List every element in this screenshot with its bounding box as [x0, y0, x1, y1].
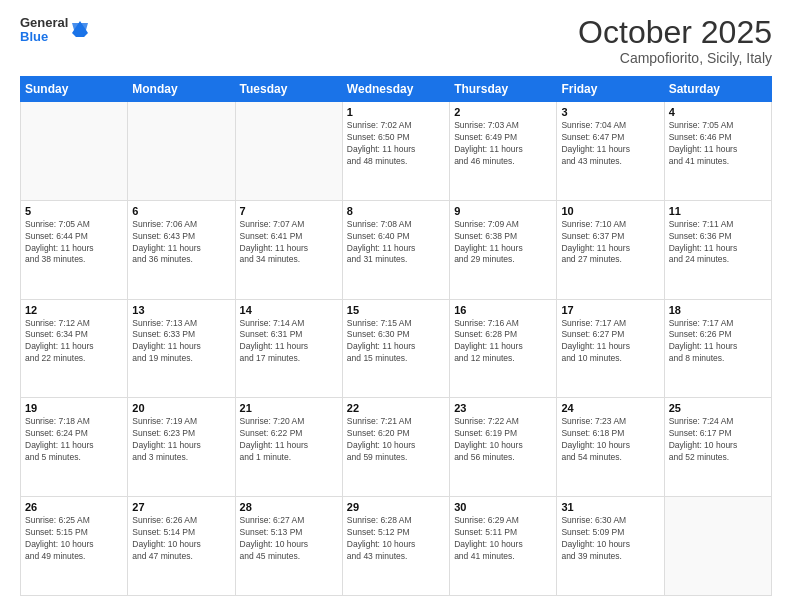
day-number: 17	[561, 304, 659, 316]
table-row: 18Sunrise: 7:17 AMSunset: 6:26 PMDayligh…	[664, 299, 771, 398]
table-row	[664, 497, 771, 596]
weekday-tuesday: Tuesday	[235, 77, 342, 102]
day-number: 19	[25, 402, 123, 414]
table-row: 19Sunrise: 7:18 AMSunset: 6:24 PMDayligh…	[21, 398, 128, 497]
table-row: 16Sunrise: 7:16 AMSunset: 6:28 PMDayligh…	[450, 299, 557, 398]
day-info: Sunrise: 7:13 AMSunset: 6:33 PMDaylight:…	[132, 318, 230, 366]
table-row: 17Sunrise: 7:17 AMSunset: 6:27 PMDayligh…	[557, 299, 664, 398]
day-info: Sunrise: 7:19 AMSunset: 6:23 PMDaylight:…	[132, 416, 230, 464]
day-number: 6	[132, 205, 230, 217]
day-info: Sunrise: 7:23 AMSunset: 6:18 PMDaylight:…	[561, 416, 659, 464]
weekday-sunday: Sunday	[21, 77, 128, 102]
table-row: 3Sunrise: 7:04 AMSunset: 6:47 PMDaylight…	[557, 102, 664, 201]
day-number: 30	[454, 501, 552, 513]
day-number: 12	[25, 304, 123, 316]
day-number: 1	[347, 106, 445, 118]
day-info: Sunrise: 7:03 AMSunset: 6:49 PMDaylight:…	[454, 120, 552, 168]
table-row: 22Sunrise: 7:21 AMSunset: 6:20 PMDayligh…	[342, 398, 449, 497]
table-row: 28Sunrise: 6:27 AMSunset: 5:13 PMDayligh…	[235, 497, 342, 596]
table-row: 20Sunrise: 7:19 AMSunset: 6:23 PMDayligh…	[128, 398, 235, 497]
day-number: 23	[454, 402, 552, 414]
day-number: 29	[347, 501, 445, 513]
day-number: 4	[669, 106, 767, 118]
day-info: Sunrise: 6:28 AMSunset: 5:12 PMDaylight:…	[347, 515, 445, 563]
day-info: Sunrise: 7:16 AMSunset: 6:28 PMDaylight:…	[454, 318, 552, 366]
day-info: Sunrise: 6:30 AMSunset: 5:09 PMDaylight:…	[561, 515, 659, 563]
table-row: 11Sunrise: 7:11 AMSunset: 6:36 PMDayligh…	[664, 200, 771, 299]
day-info: Sunrise: 7:04 AMSunset: 6:47 PMDaylight:…	[561, 120, 659, 168]
day-number: 28	[240, 501, 338, 513]
weekday-monday: Monday	[128, 77, 235, 102]
day-number: 18	[669, 304, 767, 316]
day-info: Sunrise: 7:05 AMSunset: 6:44 PMDaylight:…	[25, 219, 123, 267]
day-info: Sunrise: 7:10 AMSunset: 6:37 PMDaylight:…	[561, 219, 659, 267]
header-right: October 2025 Campofiorito, Sicily, Italy	[578, 16, 772, 66]
page: General Blue October 2025 Campofiorito, …	[0, 0, 792, 612]
day-number: 20	[132, 402, 230, 414]
table-row: 14Sunrise: 7:14 AMSunset: 6:31 PMDayligh…	[235, 299, 342, 398]
day-number: 7	[240, 205, 338, 217]
day-number: 10	[561, 205, 659, 217]
table-row: 5Sunrise: 7:05 AMSunset: 6:44 PMDaylight…	[21, 200, 128, 299]
day-info: Sunrise: 7:17 AMSunset: 6:27 PMDaylight:…	[561, 318, 659, 366]
day-info: Sunrise: 7:11 AMSunset: 6:36 PMDaylight:…	[669, 219, 767, 267]
day-number: 14	[240, 304, 338, 316]
day-info: Sunrise: 7:22 AMSunset: 6:19 PMDaylight:…	[454, 416, 552, 464]
day-info: Sunrise: 7:20 AMSunset: 6:22 PMDaylight:…	[240, 416, 338, 464]
day-info: Sunrise: 7:02 AMSunset: 6:50 PMDaylight:…	[347, 120, 445, 168]
table-row	[235, 102, 342, 201]
logo-icon	[70, 19, 90, 41]
table-row	[128, 102, 235, 201]
day-number: 21	[240, 402, 338, 414]
month-title: October 2025	[578, 16, 772, 48]
day-number: 27	[132, 501, 230, 513]
table-row: 15Sunrise: 7:15 AMSunset: 6:30 PMDayligh…	[342, 299, 449, 398]
week-row-5: 26Sunrise: 6:25 AMSunset: 5:15 PMDayligh…	[21, 497, 772, 596]
logo-text: General Blue	[20, 16, 68, 45]
day-info: Sunrise: 7:07 AMSunset: 6:41 PMDaylight:…	[240, 219, 338, 267]
day-number: 13	[132, 304, 230, 316]
day-info: Sunrise: 7:17 AMSunset: 6:26 PMDaylight:…	[669, 318, 767, 366]
day-info: Sunrise: 7:09 AMSunset: 6:38 PMDaylight:…	[454, 219, 552, 267]
week-row-1: 1Sunrise: 7:02 AMSunset: 6:50 PMDaylight…	[21, 102, 772, 201]
day-info: Sunrise: 6:26 AMSunset: 5:14 PMDaylight:…	[132, 515, 230, 563]
day-info: Sunrise: 7:05 AMSunset: 6:46 PMDaylight:…	[669, 120, 767, 168]
table-row: 9Sunrise: 7:09 AMSunset: 6:38 PMDaylight…	[450, 200, 557, 299]
day-info: Sunrise: 7:24 AMSunset: 6:17 PMDaylight:…	[669, 416, 767, 464]
day-info: Sunrise: 7:08 AMSunset: 6:40 PMDaylight:…	[347, 219, 445, 267]
table-row: 30Sunrise: 6:29 AMSunset: 5:11 PMDayligh…	[450, 497, 557, 596]
table-row: 2Sunrise: 7:03 AMSunset: 6:49 PMDaylight…	[450, 102, 557, 201]
day-number: 8	[347, 205, 445, 217]
day-info: Sunrise: 6:27 AMSunset: 5:13 PMDaylight:…	[240, 515, 338, 563]
day-number: 15	[347, 304, 445, 316]
logo-blue: Blue	[20, 30, 68, 44]
day-number: 2	[454, 106, 552, 118]
day-info: Sunrise: 7:15 AMSunset: 6:30 PMDaylight:…	[347, 318, 445, 366]
logo: General Blue	[20, 16, 90, 45]
table-row: 7Sunrise: 7:07 AMSunset: 6:41 PMDaylight…	[235, 200, 342, 299]
table-row: 21Sunrise: 7:20 AMSunset: 6:22 PMDayligh…	[235, 398, 342, 497]
day-number: 31	[561, 501, 659, 513]
day-info: Sunrise: 7:06 AMSunset: 6:43 PMDaylight:…	[132, 219, 230, 267]
week-row-3: 12Sunrise: 7:12 AMSunset: 6:34 PMDayligh…	[21, 299, 772, 398]
day-number: 25	[669, 402, 767, 414]
location: Campofiorito, Sicily, Italy	[578, 50, 772, 66]
table-row: 4Sunrise: 7:05 AMSunset: 6:46 PMDaylight…	[664, 102, 771, 201]
day-info: Sunrise: 7:21 AMSunset: 6:20 PMDaylight:…	[347, 416, 445, 464]
weekday-wednesday: Wednesday	[342, 77, 449, 102]
day-number: 26	[25, 501, 123, 513]
table-row: 8Sunrise: 7:08 AMSunset: 6:40 PMDaylight…	[342, 200, 449, 299]
table-row: 29Sunrise: 6:28 AMSunset: 5:12 PMDayligh…	[342, 497, 449, 596]
day-number: 16	[454, 304, 552, 316]
weekday-header-row: SundayMondayTuesdayWednesdayThursdayFrid…	[21, 77, 772, 102]
day-number: 11	[669, 205, 767, 217]
week-row-4: 19Sunrise: 7:18 AMSunset: 6:24 PMDayligh…	[21, 398, 772, 497]
table-row: 23Sunrise: 7:22 AMSunset: 6:19 PMDayligh…	[450, 398, 557, 497]
day-info: Sunrise: 6:25 AMSunset: 5:15 PMDaylight:…	[25, 515, 123, 563]
day-info: Sunrise: 6:29 AMSunset: 5:11 PMDaylight:…	[454, 515, 552, 563]
day-info: Sunrise: 7:14 AMSunset: 6:31 PMDaylight:…	[240, 318, 338, 366]
day-info: Sunrise: 7:18 AMSunset: 6:24 PMDaylight:…	[25, 416, 123, 464]
day-info: Sunrise: 7:12 AMSunset: 6:34 PMDaylight:…	[25, 318, 123, 366]
table-row: 27Sunrise: 6:26 AMSunset: 5:14 PMDayligh…	[128, 497, 235, 596]
week-row-2: 5Sunrise: 7:05 AMSunset: 6:44 PMDaylight…	[21, 200, 772, 299]
